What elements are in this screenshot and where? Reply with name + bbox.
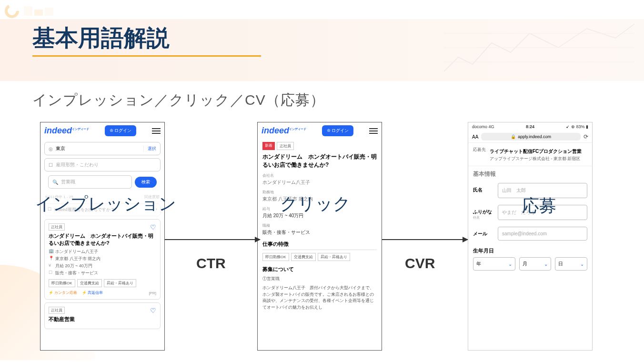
apply-screenshot: docomo 4G 8:24 ➹ ⊕ 83% ▮ AA 🔒apply.indee…: [468, 122, 593, 351]
email-input[interactable]: sample@indeed.com: [498, 227, 587, 241]
search-button[interactable]: 検索: [135, 177, 157, 188]
impression-label: インプレッション: [35, 192, 176, 216]
chevron-down-icon: ⌄: [544, 261, 548, 267]
pin-icon: 📍: [49, 256, 53, 262]
month-select[interactable]: 月⌄: [519, 257, 552, 271]
chevron-down-icon: ⌄: [508, 261, 512, 267]
impression-screenshot: indeedインディード ♔ ログイン ◎ 東京 選択 ☐ 雇用形態・こだわり …: [40, 122, 165, 351]
url-bar[interactable]: 🔒apply.indeed.com: [481, 133, 581, 141]
search-icon: 🔍: [52, 180, 58, 185]
feature-tag: 交通費支給: [77, 279, 102, 287]
job-description: ホンダドリーム八王子 原付バイクから大型バイクまで、ホンダ製オートバイの販売です…: [262, 285, 377, 311]
name-label: 氏名: [473, 183, 494, 193]
location-input[interactable]: ◎ 東京 選択: [44, 142, 161, 155]
click-label: クリック: [280, 192, 351, 216]
chevron-down-icon: ⌄: [580, 261, 584, 267]
select-button[interactable]: 選択: [143, 146, 156, 152]
yen-icon: ¥: [49, 263, 53, 269]
birthday-label: 生年月日: [473, 247, 587, 254]
job-card[interactable]: ♡ 正社員 ホンダドリーム ホンダオートバイ販売・明るいお店で働きませんか? 🏢…: [44, 219, 161, 300]
pr-label: [PR]: [149, 291, 156, 295]
high-reply-badge: ⚡ 高返信率: [82, 290, 103, 295]
feature-tag: 即日勤務OK: [262, 253, 289, 261]
pin-icon: ◎: [49, 146, 53, 151]
feature-tag: 交通費支給: [291, 253, 316, 261]
heart-icon[interactable]: ♡: [150, 307, 156, 314]
apply-job-title: ライブチャット配信FCプロダクション営業: [490, 148, 587, 155]
text-size-button[interactable]: AA: [472, 134, 478, 140]
apply-label: 応募: [522, 194, 556, 218]
apply-to-label: 応募先: [473, 147, 486, 162]
ctr-label: CTR: [196, 255, 226, 272]
features-heading: 仕事の特徴: [262, 241, 377, 250]
login-button[interactable]: ♔ ログイン: [105, 125, 137, 136]
indeed-logo: indeedインディード: [262, 126, 306, 136]
login-button[interactable]: ♔ ログイン: [322, 125, 354, 136]
basic-info-heading: 基本情報: [473, 170, 587, 178]
new-badge: 新着: [262, 142, 275, 150]
recruit-heading: 募集について: [262, 266, 377, 273]
recruit-subheading: ①営業職: [262, 276, 377, 282]
company-label: 会社名: [262, 173, 377, 178]
job-card[interactable]: ♡ 正社員 不動産営業: [44, 302, 161, 329]
company-value: ホンダドリーム八王子: [262, 179, 377, 186]
job-detail-title: ホンダドリーム ホンダオートバイ販売・明るいお店で働きませんか?: [262, 153, 377, 169]
indeed-logo: indeedインディード: [44, 126, 89, 136]
arrow-ctr: [165, 239, 260, 240]
day-select[interactable]: 日⌄: [555, 257, 587, 271]
arrow-cvr: [382, 239, 468, 240]
keyword-input[interactable]: 🔍 営業職: [48, 175, 132, 189]
slide-title: 基本用語解説: [0, 0, 170, 56]
ios-status-bar: docomo 4G 8:24 ➹ ⊕ 83% ▮: [468, 122, 592, 131]
cvr-label: CVR: [405, 255, 435, 272]
click-screenshot: indeedインディード ♔ ログイン 新着 正社員 ホンダドリーム ホンダオー…: [257, 122, 382, 351]
role-value: 販売・接客・サービス: [262, 229, 377, 236]
feature-tag: 即日勤務OK: [49, 279, 75, 287]
role-label: 職種: [262, 223, 377, 228]
bag-icon: ☐: [49, 270, 53, 276]
employment-input[interactable]: ☐ 雇用形態・こだわり: [44, 158, 161, 171]
refresh-icon[interactable]: ⟳: [584, 133, 588, 140]
building-icon: 🏢: [49, 249, 53, 255]
year-select[interactable]: 年⌄: [473, 257, 515, 271]
employment-tag: 正社員: [49, 307, 65, 314]
briefcase-icon: ☐: [49, 162, 53, 168]
menu-icon[interactable]: [152, 128, 161, 134]
heart-icon[interactable]: ♡: [150, 223, 156, 231]
feature-tag: 昇給・昇格あり: [318, 253, 350, 261]
apply-company: アップライブステージ株式会社 - 東京都 新宿区: [490, 156, 587, 162]
menu-icon[interactable]: [369, 128, 378, 134]
keyword-row: 🔍 営業職 検索: [44, 174, 161, 190]
job-title: ホンダドリーム ホンダオートバイ販売・明るいお店で働きませんか?: [49, 232, 156, 247]
furigana-label: ふりがな任意: [473, 205, 494, 220]
easy-apply-badge: ⚡ カンタン応募: [49, 290, 77, 295]
email-label: メール: [473, 227, 494, 237]
employment-tag: 正社員: [49, 223, 65, 231]
lock-icon: 🔒: [511, 134, 516, 139]
feature-tag: 昇給・昇格あり: [104, 279, 136, 287]
job-title: 不動産営業: [49, 316, 156, 323]
slide-subtitle: インプレッション／クリック／CV（応募）: [0, 56, 644, 110]
employment-badge: 正社員: [277, 142, 294, 150]
